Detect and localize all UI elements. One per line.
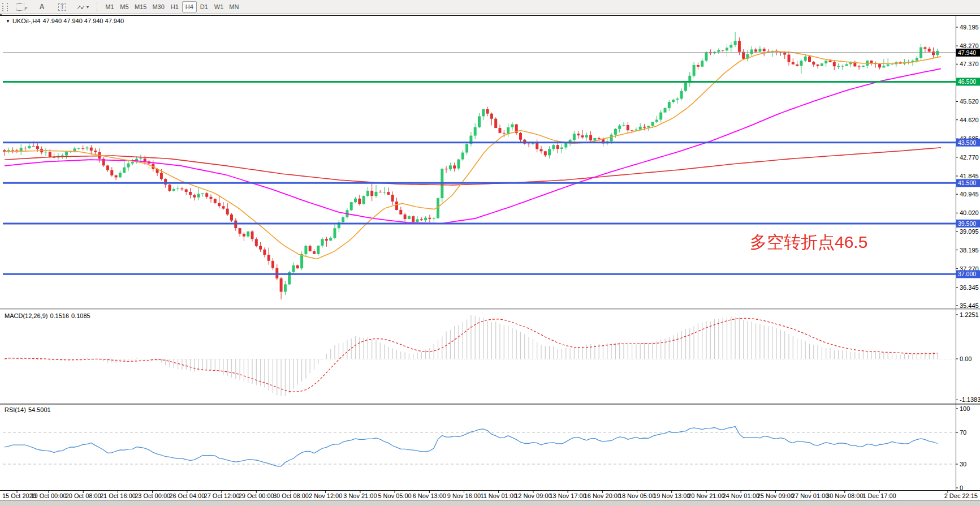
chart-window: 49.19548.27047.37045.52044.62043.68542.7… — [0, 15, 980, 500]
rsi-indicator-label: RSI(14)54.5001 — [5, 406, 53, 413]
timeframe-w1-button[interactable]: W1 — [211, 1, 227, 12]
svg-text:19 Oct 00:00: 19 Oct 00:00 — [31, 492, 67, 499]
timeframe-m5-button[interactable]: M5 — [117, 1, 132, 12]
svg-text:35.445: 35.445 — [960, 302, 979, 309]
svg-text:0.00: 0.00 — [960, 355, 972, 362]
grid-f-label: F — [25, 6, 28, 11]
svg-text:21 Oct 16:00: 21 Oct 16:00 — [100, 492, 136, 499]
time-axis-labels: 15 Oct 202019 Oct 00:0020 Oct 08:0021 Oc… — [2, 491, 978, 499]
svg-text:40.020: 40.020 — [960, 209, 979, 216]
svg-text:2 Dec 22:15: 2 Dec 22:15 — [944, 492, 978, 499]
timeframe-m15-button[interactable]: M15 — [132, 1, 149, 12]
svg-text:23 Oct 00:00: 23 Oct 00:00 — [135, 492, 170, 499]
rsi-value: 54.5001 — [28, 406, 51, 413]
svg-text:1.2251: 1.2251 — [960, 311, 979, 318]
svg-text:0: 0 — [960, 484, 963, 491]
svg-text:47.940: 47.940 — [958, 49, 976, 56]
chevron-down-icon: ▾ — [87, 5, 89, 10]
svg-text:29 Oct 00:00: 29 Oct 00:00 — [239, 492, 274, 499]
timeframe-mn-button[interactable]: MN — [226, 1, 241, 12]
timeframe-d1-button[interactable]: D1 — [197, 1, 211, 12]
svg-text:27 Oct 12:00: 27 Oct 12:00 — [204, 492, 240, 499]
rsi-name: RSI(14) — [5, 406, 26, 413]
svg-text:41.500: 41.500 — [958, 179, 976, 186]
svg-text:9 Nov 16:00: 9 Nov 16:00 — [447, 492, 481, 499]
svg-text:49.195: 49.195 — [960, 24, 979, 31]
expander-triangle-icon[interactable]: ▼ — [6, 19, 10, 24]
text-box-button[interactable]: T — [52, 1, 72, 13]
svg-text:42.770: 42.770 — [960, 154, 979, 161]
svg-text:20 Nov 21:00: 20 Nov 21:00 — [688, 492, 724, 499]
price-badge-47.940: 47.940 — [956, 49, 980, 57]
svg-text:-1.1383: -1.1383 — [960, 396, 980, 403]
svg-text:100: 100 — [960, 405, 970, 412]
svg-text:13 Nov 17:00: 13 Nov 17:00 — [549, 492, 586, 499]
svg-text:38.195: 38.195 — [960, 247, 979, 254]
window-bottom-bar — [0, 500, 980, 506]
svg-text:16 Nov 20:00: 16 Nov 20:00 — [584, 492, 621, 499]
symbol-period-label: UKOil-,H4 — [12, 18, 41, 24]
chart-canvas[interactable]: 49.19548.27047.37045.52044.62043.68542.7… — [0, 15, 980, 500]
timeframe-m30-button[interactable]: M30 — [149, 1, 167, 12]
svg-text:30 Nov 08:00: 30 Nov 08:00 — [826, 492, 863, 499]
svg-text:18 Nov 05:00: 18 Nov 05:00 — [619, 492, 655, 499]
svg-text:37.000: 37.000 — [958, 271, 976, 277]
svg-text:3 Nov 21:00: 3 Nov 21:00 — [343, 492, 377, 499]
svg-text:26 Oct 04:00: 26 Oct 04:00 — [169, 492, 205, 499]
chart-plot-area[interactable] — [0, 16, 956, 490]
text-box-icon: T — [58, 3, 66, 11]
svg-text:25 Nov 09:00: 25 Nov 09:00 — [757, 492, 794, 499]
price-badge-41.500: 41.500 — [956, 179, 980, 187]
svg-text:39.500: 39.500 — [958, 220, 976, 227]
svg-text:11 Nov 01:00: 11 Nov 01:00 — [480, 492, 517, 499]
ohlc-quotes-label: 47.940 47.940 47.940 47.940 — [42, 18, 124, 24]
svg-text:41.845: 41.845 — [960, 173, 979, 179]
svg-text:47.370: 47.370 — [960, 61, 979, 67]
svg-text:2 Nov 12:00: 2 Nov 12:00 — [309, 492, 342, 499]
svg-text:45.520: 45.520 — [960, 98, 979, 105]
chart-header: ▼UKOil-,H447.940 47.940 47.940 47.940 — [6, 18, 126, 24]
annotation-text[interactable]: 多空转折点46.5 — [750, 233, 867, 251]
price-badge-39.500: 39.500 — [956, 220, 980, 228]
svg-text:6 Nov 13:00: 6 Nov 13:00 — [413, 492, 446, 499]
top-toolbar: F A T ↗↙ ▾ M1 M5 M15 M30 H1 H4 D1 W1 MN — [0, 0, 980, 14]
svg-text:39.095: 39.095 — [960, 228, 979, 235]
svg-text:1 Dec 17:00: 1 Dec 17:00 — [862, 492, 896, 499]
timeframe-h1-button[interactable]: H1 — [167, 1, 182, 12]
arrows-icon: ↗↙ — [76, 4, 85, 10]
text-label-button[interactable]: A — [32, 1, 52, 13]
toolbar-separator — [97, 2, 98, 12]
macd-signal-value: 0.1085 — [71, 312, 90, 319]
svg-text:40.945: 40.945 — [960, 191, 979, 198]
macd-name: MACD(12,26,9) — [5, 312, 48, 319]
svg-text:19 Nov 13:00: 19 Nov 13:00 — [653, 492, 690, 499]
price-badge-43.500: 43.500 — [956, 139, 980, 147]
svg-text:46.500: 46.500 — [958, 78, 976, 85]
arrows-button[interactable]: ↗↙ ▾ — [72, 1, 93, 13]
svg-text:43.500: 43.500 — [958, 139, 976, 146]
price-badge-46.500: 46.500 — [956, 78, 980, 85]
svg-text:30 Oct 08:00: 30 Oct 08:00 — [273, 492, 309, 499]
grid-icon — [16, 3, 24, 11]
svg-text:30: 30 — [960, 461, 966, 468]
svg-text:48.270: 48.270 — [960, 42, 979, 49]
text-label-icon: A — [40, 3, 45, 11]
price-badge-37.000: 37.000 — [956, 270, 980, 278]
svg-text:36.345: 36.345 — [960, 284, 979, 291]
macd-main-value: 0.1516 — [50, 312, 69, 319]
svg-text:24 Nov 01:00: 24 Nov 01:00 — [722, 492, 759, 499]
svg-text:20 Oct 08:00: 20 Oct 08:00 — [66, 492, 101, 499]
svg-text:5 Nov 05:00: 5 Nov 05:00 — [378, 492, 411, 499]
svg-text:44.620: 44.620 — [960, 117, 979, 123]
macd-indicator-label: MACD(12,26,9)0.15160.1085 — [5, 312, 93, 319]
timeframe-m1-button[interactable]: M1 — [102, 1, 117, 12]
svg-text:27 Nov 01:00: 27 Nov 01:00 — [792, 492, 828, 499]
timeframe-h4-button[interactable]: H4 — [182, 1, 197, 12]
grid-f-button[interactable]: F — [11, 1, 32, 13]
svg-text:70: 70 — [960, 429, 966, 436]
toolbar-drag-handle[interactable] — [2, 3, 8, 11]
svg-text:12 Nov 09:00: 12 Nov 09:00 — [515, 492, 551, 499]
